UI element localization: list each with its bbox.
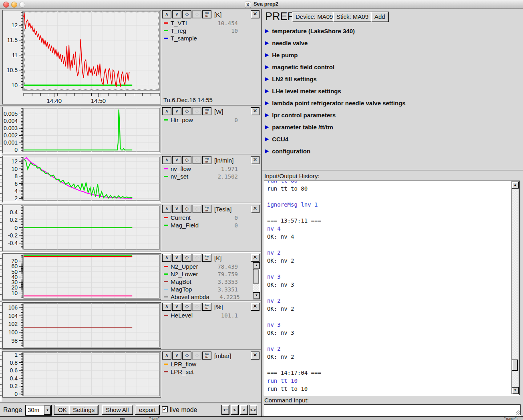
chart-log-lin-button[interactable]: loglin	[202, 205, 211, 213]
expand-range-button[interactable]: <>	[249, 405, 257, 415]
scroll-down-icon[interactable]: ▼	[512, 387, 519, 394]
legend-item-nv_set[interactable]: nv_set2.1502	[164, 173, 238, 180]
chart-plot[interactable]: 0.40.20-0.2-0.4	[3, 205, 161, 251]
page-forward-button[interactable]: >	[240, 405, 248, 415]
scroll-up-icon[interactable]: ▲	[253, 262, 260, 269]
scroll-down-icon[interactable]: ▼	[253, 292, 260, 299]
expand-triangle-icon[interactable]: ▶	[265, 100, 269, 106]
add-button[interactable]: Add	[371, 12, 389, 22]
chart-close-button[interactable]: ✕	[251, 107, 259, 115]
chart-scale-up-button[interactable]: ∧	[162, 205, 171, 213]
expand-triangle-icon[interactable]: ▶	[265, 112, 269, 118]
legend-item-N2_Upper[interactable]: N2_Upper78.439	[164, 263, 238, 270]
plot-panel[interactable]: 10610410210098	[2, 302, 161, 349]
chart-log-lin-button[interactable]: loglin	[202, 156, 211, 164]
command-input[interactable]	[264, 404, 521, 415]
chart-scale-up-button[interactable]: ∧	[162, 156, 171, 164]
legend-scrollbar[interactable]: ▲▼	[253, 262, 260, 299]
plot-panel[interactable]: 1211.51110.51014:4014:50	[2, 10, 161, 104]
chart-auto-scale-button[interactable]: ◇	[182, 352, 191, 360]
chart-zoom-out-button[interactable]: ◇	[192, 10, 201, 18]
legend-item-nv_flow[interactable]: nv_flow1.971	[164, 165, 238, 173]
chart-scale-down-button[interactable]: ∨	[172, 10, 181, 18]
chart-zoom-out-button[interactable]: ◇	[192, 254, 201, 262]
legend-item-Current[interactable]: Current0	[164, 214, 238, 221]
chart-scale-down-button[interactable]: ∨	[172, 352, 181, 360]
chart-auto-scale-button[interactable]: ◇	[182, 303, 191, 311]
device-button[interactable]: Device: MA09	[292, 12, 336, 22]
sidebar-item-lambda[interactable]: ▶lambda point refrigerator needle valve …	[265, 98, 406, 107]
legend-item-N2_Lower[interactable]: N2_Lower79.759	[164, 270, 238, 278]
chart-auto-scale-button[interactable]: ◇	[182, 205, 191, 213]
chart-plot[interactable]: 1211.51110.51014:4014:50	[3, 10, 161, 104]
legend-item-T_sample[interactable]: T_sample	[164, 34, 238, 42]
title-bar[interactable]: XSea prep2	[0, 0, 523, 9]
sidebar-item-configuration[interactable]: ▶configuration	[265, 147, 310, 155]
chart-scale-down-button[interactable]: ∨	[172, 156, 181, 164]
legend-item-HeLevel[interactable]: HeLevel101.1	[164, 311, 238, 319]
export-button[interactable]: export	[135, 405, 160, 415]
page-back-button[interactable]: <	[231, 405, 239, 415]
legend-item-Htr_pow[interactable]: Htr_pow0	[164, 116, 238, 124]
plot-panel[interactable]: 0.0050.0040.0030.0020.0010	[2, 107, 161, 153]
chart-zoom-out-button[interactable]: ◇	[192, 205, 201, 213]
ok-button[interactable]: OK	[54, 405, 71, 415]
expand-triangle-icon[interactable]: ▶	[265, 88, 269, 94]
chart-scale-up-button[interactable]: ∧	[162, 107, 171, 115]
expand-triangle-icon[interactable]: ▶	[265, 124, 269, 130]
chart-scale-up-button[interactable]: ∧	[162, 303, 171, 311]
chart-close-button[interactable]: ✕	[251, 303, 259, 311]
chart-scale-up-button[interactable]: ∧	[162, 254, 171, 262]
sidebar-item-magnetic[interactable]: ▶magnetic field control	[265, 62, 334, 71]
legend-scrollbar-thumb[interactable]	[253, 269, 259, 283]
settings-button[interactable]: Settings	[69, 405, 99, 415]
sidebar-item-temperature[interactable]: ▶temperature (LakeShore 340)	[265, 26, 355, 35]
legend-item-MagTop[interactable]: MagTop3.3351	[164, 285, 238, 293]
chart-scale-down-button[interactable]: ∨	[172, 205, 181, 213]
chart-close-button[interactable]: ✕	[251, 10, 259, 18]
chart-log-lin-button[interactable]: loglin	[202, 107, 211, 115]
chart-scale-down-button[interactable]: ∨	[172, 303, 181, 311]
chart-close-button[interactable]: ✕	[251, 254, 259, 262]
jump-latest-button[interactable]: ↩	[221, 405, 229, 415]
live-mode-checkbox[interactable]: ✓	[162, 406, 168, 412]
sidebar-item-needle[interactable]: ▶needle valve	[265, 38, 308, 47]
legend-scrollbar-trough[interactable]	[253, 269, 259, 292]
expand-triangle-icon[interactable]: ▶	[265, 40, 269, 46]
plot-panel[interactable]: 10.80.60.40.20	[2, 351, 161, 398]
chart-log-lin-button[interactable]: loglin	[202, 10, 211, 18]
chart-log-lin-button[interactable]: loglin	[202, 352, 211, 360]
chart-plot[interactable]: 12108642	[3, 156, 161, 202]
resize-grip-icon[interactable]	[516, 410, 520, 415]
sidebar-item-he[interactable]: ▶He pump	[265, 50, 298, 59]
io-history-box[interactable]: run tt 80run tt to 80ignoreMsg lnv 1=== …	[264, 181, 520, 395]
chart-plot[interactable]: 10610410210098	[3, 303, 161, 348]
legend-item-LPR_set[interactable]: LPR_set	[164, 368, 238, 376]
expand-triangle-icon[interactable]: ▶	[265, 28, 269, 34]
io-history-text[interactable]: run tt 80run tt to 80ignoreMsg lnv 1=== …	[267, 181, 511, 395]
chart-auto-scale-button[interactable]: ◇	[182, 10, 191, 18]
chart-zoom-out-button[interactable]: ◇	[192, 303, 201, 311]
legend-item-MagBot[interactable]: MagBot3.3353	[164, 278, 238, 285]
legend-item-Mag_Field[interactable]: Mag_Field0	[164, 221, 238, 229]
plot-panel[interactable]: 0.40.20-0.2-0.4	[2, 205, 161, 251]
chart-scale-down-button[interactable]: ∨	[172, 254, 181, 262]
chart-plot[interactable]: 70605040302010	[3, 254, 161, 299]
sidebar-item-lpr[interactable]: ▶lpr control parameters	[265, 111, 336, 119]
chart-plot[interactable]: 0.0050.0040.0030.0020.0010	[3, 107, 161, 153]
stick-button[interactable]: Stick: MA09	[333, 12, 372, 22]
chart-close-button[interactable]: ✕	[251, 156, 259, 164]
chart-plot[interactable]: 10.80.60.40.20	[3, 352, 161, 397]
legend-item-AboveLambda[interactable]: AboveLambda4.2235	[164, 293, 240, 301]
chart-auto-scale-button[interactable]: ◇	[182, 156, 191, 164]
chart-close-button[interactable]: ✕	[251, 205, 259, 213]
chart-log-lin-button[interactable]: loglin	[202, 303, 211, 311]
expand-triangle-icon[interactable]: ▶	[265, 76, 269, 82]
chart-auto-scale-button[interactable]: ◇	[182, 254, 191, 262]
plot-panel[interactable]: 12108642	[2, 156, 161, 202]
sidebar-item-ccu4[interactable]: ▶CCU4	[265, 135, 288, 143]
expand-triangle-icon[interactable]: ▶	[265, 52, 269, 58]
legend-item-T_VTI[interactable]: T_VTI10.454	[164, 19, 238, 27]
chart-zoom-out-button[interactable]: ◇	[192, 352, 201, 360]
chart-zoom-out-button[interactable]: ◇	[192, 156, 201, 164]
